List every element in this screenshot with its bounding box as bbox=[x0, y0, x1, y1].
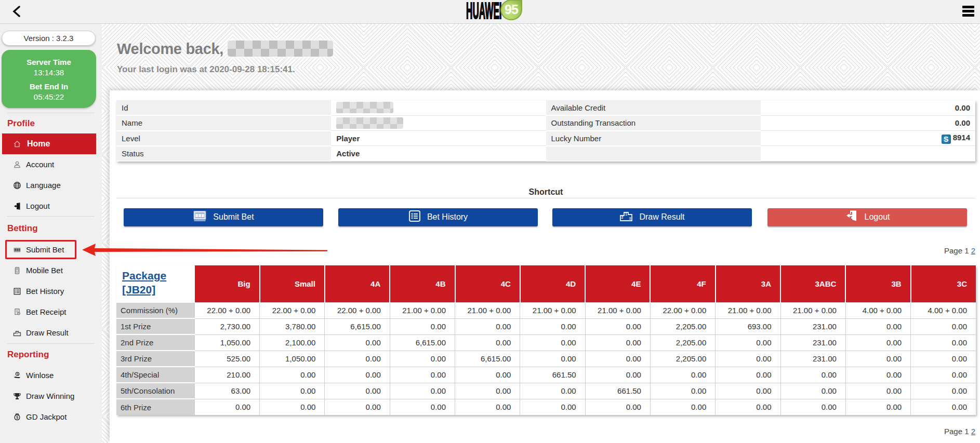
svg-text:1: 1 bbox=[17, 331, 18, 334]
svg-text:1: 1 bbox=[625, 212, 627, 216]
svg-text:$: $ bbox=[17, 372, 18, 375]
svg-text:$: $ bbox=[16, 415, 18, 420]
svg-text:2: 2 bbox=[621, 216, 624, 219]
svg-text:$: $ bbox=[16, 269, 18, 272]
svg-text:3: 3 bbox=[629, 217, 631, 220]
